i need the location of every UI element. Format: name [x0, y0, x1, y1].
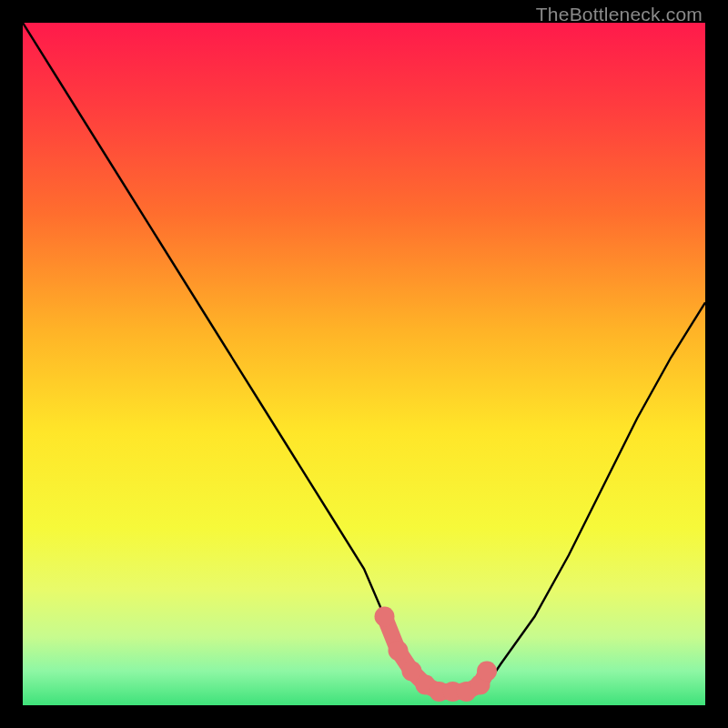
highlight-dot	[477, 662, 497, 682]
highlight-dot	[389, 641, 409, 661]
watermark-text: TheBottleneck.com	[536, 4, 703, 25]
chart-frame: TheBottleneck.com	[0, 0, 728, 728]
highlight-markers	[375, 607, 498, 703]
bottleneck-curve	[23, 23, 705, 692]
plot-area	[23, 23, 705, 705]
curve-layer	[23, 23, 705, 705]
highlight-dot	[375, 607, 395, 627]
